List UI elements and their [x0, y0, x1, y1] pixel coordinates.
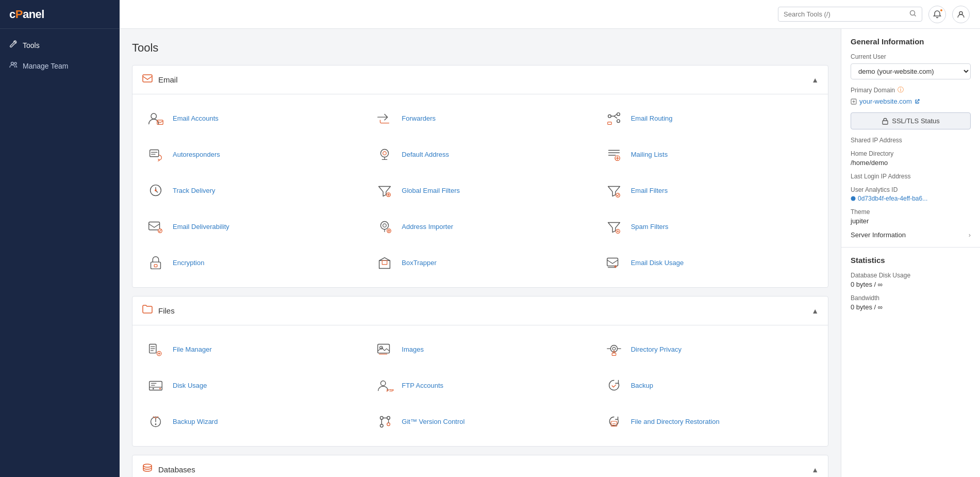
last-login-label: Last Login IP Address	[851, 173, 971, 180]
tool-encryption[interactable]: Encryption	[137, 245, 366, 281]
git-version-control-label: Git™ Version Control	[402, 418, 464, 426]
ftp-accounts-label: FTP Accounts	[402, 382, 443, 390]
tool-directory-privacy[interactable]: Directory Privacy	[595, 332, 824, 368]
tool-boxtrapper[interactable]: BoxTrapper	[366, 245, 594, 281]
tool-email-accounts[interactable]: Email Accounts	[137, 101, 366, 137]
tool-email-filters[interactable]: Email Filters	[595, 173, 824, 209]
databases-section-header-left: Databases	[142, 463, 195, 476]
tool-forwarders[interactable]: Forwarders	[366, 101, 594, 137]
address-importer-icon	[374, 216, 395, 238]
notifications-button[interactable]	[928, 6, 946, 23]
tool-spam-filters[interactable]: Spam Filters	[595, 209, 824, 245]
database-icon	[142, 463, 153, 476]
svg-point-21	[383, 224, 387, 227]
svg-rect-10	[607, 122, 611, 125]
user-analytics-value[interactable]: 0d73db4f-efea-4eff-ba6...	[851, 195, 971, 202]
files-section-header[interactable]: Files ▲	[132, 297, 828, 325]
encryption-label: Encryption	[173, 259, 204, 268]
file-manager-icon	[145, 339, 167, 360]
svg-rect-11	[150, 150, 159, 157]
tool-email-routing[interactable]: Email Routing	[595, 101, 824, 137]
svg-point-20	[381, 222, 389, 229]
tool-default-address[interactable]: Default Address	[366, 137, 594, 173]
search-bar[interactable]	[778, 7, 922, 22]
directory-privacy-icon	[603, 339, 625, 360]
directory-privacy-label: Directory Privacy	[631, 346, 682, 354]
server-info-label: Server Information	[851, 231, 906, 239]
email-accounts-icon	[145, 108, 167, 129]
boxtrapper-label: BoxTrapper	[402, 259, 436, 268]
search-icon[interactable]	[909, 10, 917, 19]
files-section-header-left: Files	[142, 304, 175, 318]
tool-file-manager[interactable]: File Manager	[137, 332, 366, 368]
primary-domain-link[interactable]: your-website.com	[851, 97, 971, 105]
tool-email-disk-usage[interactable]: Email Disk Usage	[595, 245, 824, 281]
users-icon	[9, 61, 18, 71]
tool-backup[interactable]: Backup	[595, 368, 824, 404]
email-filters-icon	[603, 180, 625, 202]
databases-collapse-button[interactable]: ▲	[811, 466, 819, 474]
statistics-section: Statistics Database Disk Usage 0 bytes /…	[841, 248, 980, 325]
statistics-title: Statistics	[851, 256, 971, 265]
sidebar-item-tools-label: Tools	[23, 41, 40, 50]
search-input[interactable]	[784, 10, 906, 18]
tool-images[interactable]: Images	[366, 332, 594, 368]
tool-disk-usage[interactable]: Disk Usage	[137, 368, 366, 404]
spam-filters-label: Spam Filters	[631, 223, 669, 232]
email-collapse-button[interactable]: ▲	[811, 76, 819, 84]
backup-wizard-label: Backup Wizard	[173, 418, 218, 426]
tool-track-delivery[interactable]: Track Delivery	[137, 173, 366, 209]
sidebar-item-tools[interactable]: Tools	[0, 35, 120, 56]
tool-ftp-accounts[interactable]: FTP FTP Accounts	[366, 368, 594, 404]
images-icon	[374, 339, 395, 360]
email-section-title: Email	[158, 75, 178, 84]
primary-domain-label-row: Primary Domain ⓘ	[851, 86, 971, 94]
folder-icon	[142, 304, 153, 318]
tool-git-version-control[interactable]: Git™ Version Control	[366, 404, 594, 440]
header	[120, 0, 980, 29]
autoresponders-icon	[145, 144, 167, 166]
svg-point-8	[617, 113, 620, 116]
general-info-title: General Information	[851, 37, 971, 46]
tool-email-deliverability[interactable]: Email Deliverability	[137, 209, 366, 245]
git-version-control-icon	[374, 411, 395, 433]
email-section-header[interactable]: Email ▲	[132, 65, 828, 94]
cpanel-logo: cPanel	[9, 8, 44, 21]
forwarders-label: Forwarders	[402, 114, 436, 123]
files-collapse-button[interactable]: ▲	[811, 307, 819, 315]
backup-wizard-icon	[145, 411, 167, 433]
sidebar-item-manage-team[interactable]: Manage Team	[0, 56, 120, 76]
current-user-select[interactable]: demo (your-website.com)	[851, 63, 971, 79]
backup-label: Backup	[631, 382, 653, 390]
user-analytics-field: User Analytics ID 0d73db4f-efea-4eff-ba6…	[851, 186, 971, 202]
svg-rect-34	[612, 353, 616, 356]
ssl-tls-status-button[interactable]: SSL/TLS Status	[851, 112, 971, 129]
databases-section-header[interactable]: Databases ▲	[132, 455, 828, 477]
svg-point-36	[159, 388, 161, 389]
home-directory-field: Home Directory /home/demo	[851, 150, 971, 167]
db-disk-value: 0 bytes / ∞	[851, 281, 971, 288]
forwarders-icon	[374, 108, 395, 129]
notification-dot	[939, 8, 943, 12]
tool-backup-wizard[interactable]: Backup Wizard	[137, 404, 366, 440]
backup-icon	[603, 375, 625, 397]
user-menu-button[interactable]	[952, 6, 970, 23]
user-analytics-label: User Analytics ID	[851, 186, 971, 193]
server-info-row[interactable]: Server Information ›	[851, 231, 971, 239]
svg-point-13	[383, 152, 387, 155]
mailing-lists-icon	[603, 144, 625, 166]
svg-rect-27	[607, 258, 618, 266]
svg-point-54	[851, 196, 856, 201]
autoresponders-label: Autoresponders	[173, 151, 220, 159]
email-filters-label: Email Filters	[631, 187, 668, 195]
tool-global-email-filters[interactable]: Global Email Filters	[366, 173, 594, 209]
tool-autoresponders[interactable]: Autoresponders	[137, 137, 366, 173]
svg-point-2	[910, 11, 915, 15]
tool-address-importer[interactable]: Address Importer	[366, 209, 594, 245]
content-area: Tools Email ▲	[120, 29, 980, 477]
bandwidth-label: Bandwidth	[851, 294, 971, 302]
tool-file-directory-restoration[interactable]: File and Directory Restoration	[595, 404, 824, 440]
primary-domain-label: Primary Domain	[851, 87, 895, 94]
global-email-filters-icon	[374, 180, 395, 202]
tool-mailing-lists[interactable]: Mailing Lists	[595, 137, 824, 173]
